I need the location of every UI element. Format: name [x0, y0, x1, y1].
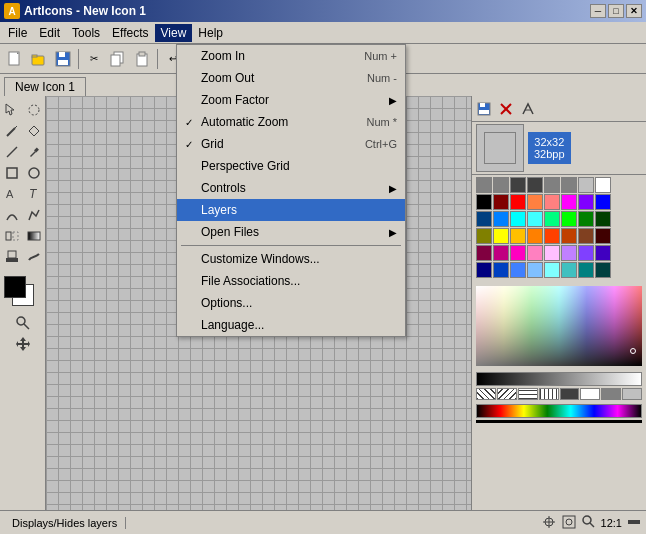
- menu-language[interactable]: Language...: [177, 314, 405, 336]
- color-cell[interactable]: [510, 228, 526, 244]
- color-cell[interactable]: [510, 177, 526, 193]
- color-cell[interactable]: [595, 245, 611, 261]
- menu-controls[interactable]: Controls ▶: [177, 177, 405, 199]
- color-cell[interactable]: [578, 177, 594, 193]
- color-cell[interactable]: [527, 228, 543, 244]
- poly-tool[interactable]: [24, 205, 44, 225]
- rect-tool[interactable]: [2, 163, 22, 183]
- color-cell[interactable]: [544, 177, 560, 193]
- line-tool[interactable]: [2, 142, 22, 162]
- color-cell[interactable]: [595, 194, 611, 210]
- color-cell[interactable]: [510, 194, 526, 210]
- color-cell[interactable]: [476, 177, 492, 193]
- color-cell[interactable]: [578, 262, 594, 278]
- open-button[interactable]: [28, 48, 50, 70]
- color-cell[interactable]: [578, 194, 594, 210]
- gradient-strip[interactable]: [476, 372, 642, 386]
- menu-tools[interactable]: Tools: [66, 24, 106, 42]
- color-cell[interactable]: [510, 262, 526, 278]
- select-tool[interactable]: [2, 100, 22, 120]
- mirror-tool[interactable]: [2, 226, 22, 246]
- color-cell[interactable]: [493, 194, 509, 210]
- menu-zoom-in[interactable]: Zoom In Num +: [177, 45, 405, 67]
- dropper-tool[interactable]: [24, 142, 44, 162]
- hatch-pattern-2[interactable]: [497, 388, 517, 400]
- hatch-pattern-5[interactable]: [560, 388, 580, 400]
- color-cell[interactable]: [544, 194, 560, 210]
- save-button[interactable]: [52, 48, 74, 70]
- hatch-pattern-4[interactable]: [539, 388, 559, 400]
- menu-view[interactable]: View: [155, 24, 193, 42]
- circle-tool[interactable]: [24, 163, 44, 183]
- color-cell[interactable]: [561, 228, 577, 244]
- menu-customize-windows[interactable]: Customize Windows...: [177, 248, 405, 270]
- curve-tool[interactable]: [2, 205, 22, 225]
- fg-color-box[interactable]: [4, 276, 26, 298]
- color-cell[interactable]: [561, 245, 577, 261]
- color-cell[interactable]: [527, 177, 543, 193]
- smear-tool[interactable]: [24, 247, 44, 267]
- color-cell[interactable]: [527, 245, 543, 261]
- menu-file-associations[interactable]: File Associations...: [177, 270, 405, 292]
- zoom-button[interactable]: [13, 313, 33, 333]
- hue-bar[interactable]: [476, 404, 642, 418]
- pencil-tool[interactable]: [2, 121, 22, 141]
- menu-open-files[interactable]: Open Files ▶: [177, 221, 405, 243]
- color-cell[interactable]: [527, 211, 543, 227]
- menu-zoom-factor[interactable]: Zoom Factor ▶: [177, 89, 405, 111]
- cut-button[interactable]: ✂: [83, 48, 105, 70]
- fill-tool[interactable]: A: [2, 184, 22, 204]
- hatch-pattern-8[interactable]: [622, 388, 642, 400]
- menu-edit[interactable]: Edit: [33, 24, 66, 42]
- color-picker[interactable]: [476, 286, 642, 366]
- color-cell[interactable]: [476, 245, 492, 261]
- hatch-pattern-6[interactable]: [580, 388, 600, 400]
- panel-export-btn[interactable]: [518, 99, 538, 119]
- paste-button[interactable]: [131, 48, 153, 70]
- color-cell[interactable]: [510, 211, 526, 227]
- color-cell[interactable]: [493, 262, 509, 278]
- color-cell[interactable]: [544, 245, 560, 261]
- hatch-pattern-1[interactable]: [476, 388, 496, 400]
- maximize-button[interactable]: □: [608, 4, 624, 18]
- color-cell[interactable]: [595, 262, 611, 278]
- hatch-pattern-3[interactable]: [518, 388, 538, 400]
- close-button[interactable]: ✕: [626, 4, 642, 18]
- color-cell[interactable]: [493, 228, 509, 244]
- color-cell[interactable]: [527, 262, 543, 278]
- color-cell[interactable]: [493, 177, 509, 193]
- new-button[interactable]: [4, 48, 26, 70]
- color-cell[interactable]: [476, 194, 492, 210]
- menu-auto-zoom[interactable]: ✓ Automatic Zoom Num *: [177, 111, 405, 133]
- stamp-tool[interactable]: [2, 247, 22, 267]
- gradient-tool[interactable]: [24, 226, 44, 246]
- color-cell[interactable]: [544, 228, 560, 244]
- minimize-button[interactable]: ─: [590, 4, 606, 18]
- color-cell[interactable]: [578, 228, 594, 244]
- color-cell[interactable]: [595, 211, 611, 227]
- color-cell[interactable]: [493, 211, 509, 227]
- color-cell[interactable]: [544, 211, 560, 227]
- paint-tool[interactable]: [24, 121, 44, 141]
- magic-tool[interactable]: [24, 100, 44, 120]
- tab-new-icon[interactable]: New Icon 1: [4, 77, 86, 96]
- color-cell[interactable]: [561, 194, 577, 210]
- color-cell[interactable]: [476, 228, 492, 244]
- color-cell[interactable]: [476, 262, 492, 278]
- color-cell[interactable]: [493, 245, 509, 261]
- move-button[interactable]: [13, 334, 33, 354]
- menu-file[interactable]: File: [2, 24, 33, 42]
- menu-zoom-out[interactable]: Zoom Out Num -: [177, 67, 405, 89]
- color-cell[interactable]: [578, 245, 594, 261]
- color-cell[interactable]: [476, 211, 492, 227]
- color-cell[interactable]: [595, 228, 611, 244]
- menu-grid[interactable]: ✓ Grid Ctrl+G: [177, 133, 405, 155]
- color-cell[interactable]: [561, 211, 577, 227]
- color-cell[interactable]: [561, 177, 577, 193]
- color-cell[interactable]: [561, 262, 577, 278]
- menu-help[interactable]: Help: [192, 24, 229, 42]
- color-cell[interactable]: [595, 177, 611, 193]
- menu-perspective-grid[interactable]: Perspective Grid: [177, 155, 405, 177]
- menu-layers[interactable]: Layers: [177, 199, 405, 221]
- color-cell[interactable]: [544, 262, 560, 278]
